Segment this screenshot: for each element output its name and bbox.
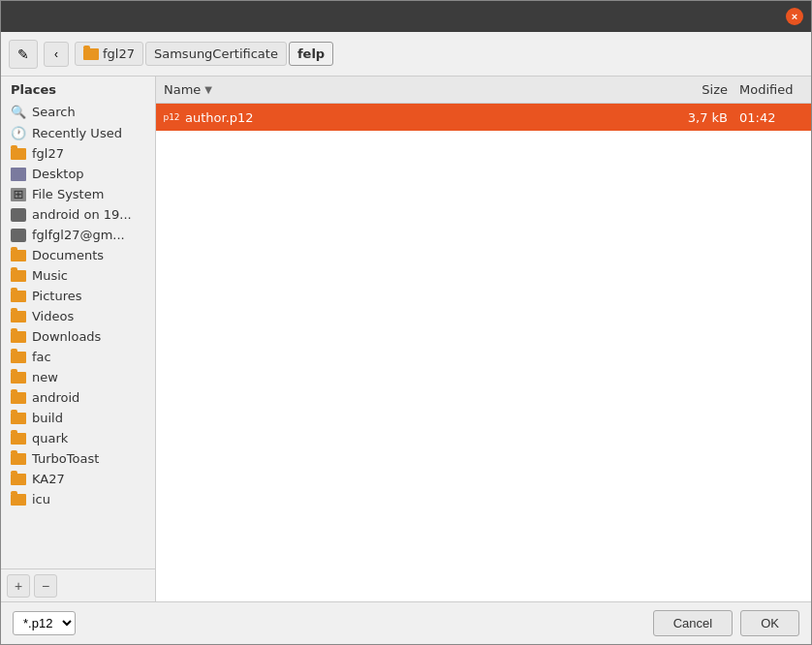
action-buttons: Cancel OK — [653, 610, 799, 636]
sidebar-item-label: Desktop — [32, 167, 84, 181]
file-list: p12 author.p12 3,7 kB 01:42 — [156, 104, 811, 601]
folder-icon — [11, 250, 26, 261]
sidebar-item-label: fgl27 — [32, 146, 64, 161]
table-row[interactable]: p12 author.p12 3,7 kB 01:42 — [156, 104, 811, 131]
file-icon: p12 — [164, 109, 179, 125]
sidebar-item-label: Downloads — [32, 329, 101, 344]
sidebar-item-label: KA27 — [32, 472, 65, 486]
folder-icon — [11, 413, 26, 424]
sidebar-item-label: new — [32, 370, 58, 384]
folder-icon — [11, 148, 26, 160]
file-modified-cell: 01:42 — [734, 110, 811, 125]
network-icon — [11, 229, 26, 242]
filter-select[interactable]: *.p12 — [13, 611, 76, 635]
sidebar-item-new[interactable]: new — [1, 367, 155, 387]
sidebar-item-desktop[interactable]: Desktop — [1, 164, 155, 184]
add-place-button[interactable]: + — [7, 574, 30, 598]
filter-area: *.p12 — [13, 611, 76, 635]
folder-icon — [11, 352, 26, 363]
folder-icon — [11, 433, 26, 445]
breadcrumb-fgl27[interactable]: fgl27 — [75, 42, 143, 66]
file-dialog: × ✎ ‹ fgl27 SamsungCertificate felp Plac… — [0, 0, 812, 645]
sidebar-item-label: File System — [32, 187, 104, 201]
sidebar-item-videos[interactable]: Videos — [1, 306, 155, 326]
file-name-cell: p12 author.p12 — [156, 109, 666, 125]
desktop-icon — [11, 168, 26, 181]
breadcrumb-samsungcertificate[interactable]: SamsungCertificate — [145, 42, 287, 66]
breadcrumb: fgl27 SamsungCertificate felp — [75, 42, 333, 66]
close-button[interactable]: × — [786, 8, 803, 25]
filesystem-icon: ⊞ — [11, 188, 26, 201]
file-area: Name ▼ Size Modified p12 author.p12 3,7 … — [156, 77, 811, 601]
sidebar-item-label: fac — [32, 350, 51, 364]
sidebar-bottom: + − — [1, 568, 155, 601]
folder-icon — [83, 48, 99, 60]
sidebar-item-android2[interactable]: android — [1, 387, 155, 408]
sidebar-header: Places — [1, 77, 155, 101]
sidebar-item-label: icu — [32, 492, 50, 507]
sidebar-item-fglfgl27[interactable]: fglfgl27@gm... — [1, 225, 155, 245]
sidebar-item-label: fglfgl27@gm... — [32, 228, 125, 242]
sidebar-item-label: TurboToast — [32, 451, 99, 466]
sidebar-item-fac[interactable]: fac — [1, 347, 155, 367]
folder-icon — [11, 331, 26, 343]
column-modified-header: Modified — [734, 82, 811, 97]
sidebar-item-recently-used[interactable]: 🕐Recently Used — [1, 122, 155, 143]
sidebar-item-label: Search — [32, 105, 76, 119]
sidebar-item-label: Recently Used — [32, 126, 122, 140]
search-icon: 🔍 — [11, 104, 26, 119]
sidebar-item-ka27[interactable]: KA27 — [1, 469, 155, 489]
sidebar-item-label: quark — [32, 431, 68, 445]
sidebar-item-icu[interactable]: icu — [1, 489, 155, 509]
column-size-header: Size — [666, 82, 734, 97]
sidebar-item-label: android on 19... — [32, 207, 132, 222]
folder-icon — [11, 392, 26, 404]
edit-button[interactable]: ✎ — [9, 40, 38, 69]
network-icon — [11, 208, 26, 222]
sidebar-item-pictures[interactable]: Pictures — [1, 286, 155, 306]
sidebar-item-label: Documents — [32, 248, 104, 262]
folder-icon — [11, 270, 26, 282]
column-name-header: Name ▼ — [156, 82, 666, 97]
sidebar-item-label: Music — [32, 268, 68, 283]
sidebar-item-search[interactable]: 🔍Search — [1, 101, 155, 122]
sidebar-item-filesystem[interactable]: ⊞File System — [1, 184, 155, 204]
folder-icon — [11, 311, 26, 322]
sidebar-item-turbortoast[interactable]: TurboToast — [1, 448, 155, 469]
file-name: author.p12 — [185, 110, 254, 125]
sidebar-item-label: android — [32, 390, 79, 405]
sort-arrow-icon: ▼ — [204, 84, 212, 95]
sidebar-list: 🔍Search🕐Recently Usedfgl27Desktop⊞File S… — [1, 101, 155, 568]
sidebar-item-label: build — [32, 411, 63, 425]
sidebar-item-label: Videos — [32, 309, 74, 323]
sidebar-item-build[interactable]: build — [1, 408, 155, 428]
folder-icon — [11, 372, 26, 384]
sidebar-item-fgl27[interactable]: fgl27 — [1, 143, 155, 164]
sidebar-item-documents[interactable]: Documents — [1, 245, 155, 265]
sidebar-item-music[interactable]: Music — [1, 265, 155, 286]
folder-icon — [11, 453, 26, 465]
folder-icon — [11, 291, 26, 302]
remove-place-button[interactable]: − — [34, 574, 57, 598]
bottom-bar: *.p12 Cancel OK — [1, 601, 811, 644]
breadcrumb-felp[interactable]: felp — [289, 42, 333, 66]
sidebar-item-downloads[interactable]: Downloads — [1, 326, 155, 347]
sidebar-item-android[interactable]: android on 19... — [1, 204, 155, 225]
file-list-header: Name ▼ Size Modified — [156, 77, 811, 104]
toolbar: ✎ ‹ fgl27 SamsungCertificate felp — [1, 32, 811, 77]
cancel-button[interactable]: Cancel — [653, 610, 733, 636]
main-area: Places 🔍Search🕐Recently Usedfgl27Desktop… — [1, 77, 811, 601]
recently-used-icon: 🕐 — [11, 125, 26, 140]
sidebar-item-label: Pictures — [32, 289, 81, 303]
sidebar: Places 🔍Search🕐Recently Usedfgl27Desktop… — [1, 77, 156, 601]
back-button[interactable]: ‹ — [44, 42, 69, 67]
file-size-cell: 3,7 kB — [666, 110, 734, 125]
folder-icon — [11, 494, 26, 506]
titlebar: × — [1, 1, 811, 32]
folder-icon — [11, 474, 26, 485]
ok-button[interactable]: OK — [740, 610, 799, 636]
sidebar-item-quark[interactable]: quark — [1, 428, 155, 448]
